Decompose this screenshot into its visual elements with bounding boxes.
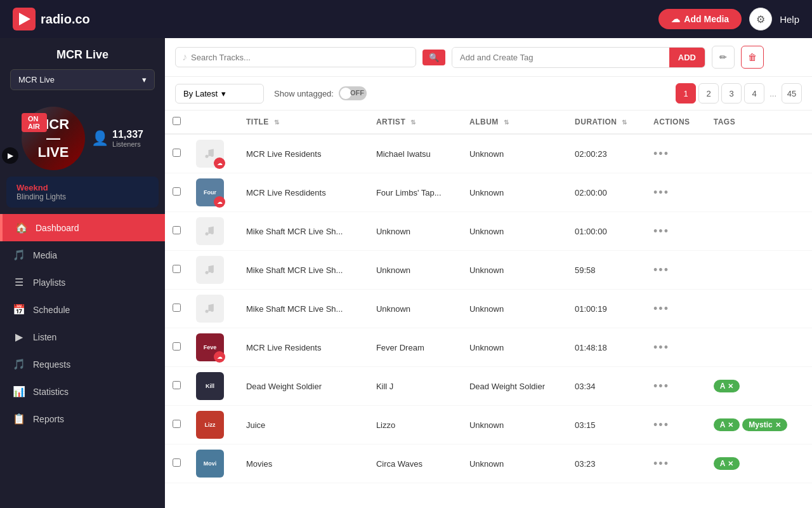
toggle-label: OFF: [350, 89, 364, 97]
select-all-checkbox[interactable]: [173, 117, 181, 125]
track-actions-button[interactable]: •••: [653, 225, 669, 238]
th-title[interactable]: Title ⇅: [239, 110, 369, 134]
page-btn-1[interactable]: 1: [676, 83, 696, 104]
row-checkbox[interactable]: [173, 381, 181, 389]
sidebar-item-statistics[interactable]: 📊 Statistics: [0, 378, 165, 405]
listeners-count: 11,337: [112, 129, 143, 140]
track-duration: 03:15: [567, 406, 646, 444]
track-title: MCR Live Resdidents: [239, 173, 369, 212]
tag-remove-button[interactable]: ✕: [728, 421, 733, 429]
track-actions-button[interactable]: •••: [653, 264, 669, 277]
tag-remove-button[interactable]: ✕: [728, 460, 733, 468]
track-actions-button[interactable]: •••: [653, 302, 669, 316]
track-duration: 01:00:00: [567, 212, 646, 251]
row-checkbox[interactable]: [173, 342, 181, 351]
add-media-button[interactable]: ☁ Add Media: [658, 9, 742, 29]
cloud-icon: ☁: [214, 196, 225, 208]
sidebar-item-listen[interactable]: ▶ Listen: [0, 323, 165, 351]
toolbar: ♪ 🔍 ADD ✏ 🗑: [165, 38, 812, 77]
show-untagged-toggle[interactable]: OFF: [339, 86, 367, 100]
track-thumbnail: Kill: [196, 372, 224, 400]
search-box: ♪: [175, 47, 416, 67]
row-checkbox[interactable]: [173, 458, 181, 467]
page-btn-3[interactable]: 3: [721, 83, 742, 104]
track-actions-button[interactable]: •••: [653, 341, 669, 354]
page-btn-4[interactable]: 4: [744, 83, 764, 104]
row-checkbox[interactable]: [173, 265, 181, 273]
track-album: Unknown: [462, 406, 567, 444]
row-checkbox[interactable]: [173, 420, 181, 428]
now-playing-song: Weeknd: [16, 183, 148, 192]
filter-bar: By Latest ▾ Show untagged: OFF 1 2 3 4 .…: [165, 77, 812, 110]
sort-chevron-icon: ▾: [221, 89, 226, 98]
nav-menu: 🏠 Dashboard 🎵 Media ☰ Playlists 📅 Schedu…: [0, 214, 165, 508]
show-untagged-area: Show untagged: OFF: [274, 86, 367, 100]
row-checkbox[interactable]: [173, 304, 181, 312]
station-name: MCR Live: [10, 48, 155, 62]
delete-icon-btn[interactable]: 🗑: [741, 46, 764, 69]
listeners-label: Listeners: [112, 140, 143, 148]
track-thumbnail: Lizz: [196, 411, 224, 439]
track-actions-button[interactable]: •••: [653, 186, 669, 199]
list-icon: ☰: [13, 276, 25, 288]
track-duration: 01:48:18: [567, 328, 646, 367]
sidebar-item-label: Schedule: [33, 305, 70, 315]
track-title: Mike Shaft MCR Live Sh...: [239, 251, 369, 290]
music-note-icon: 🎵: [13, 358, 25, 370]
track-title: Mike Shaft MCR Live Sh...: [239, 290, 369, 328]
track-artist: Four Limbs' Tap...: [369, 173, 462, 212]
track-actions-button[interactable]: •••: [653, 147, 669, 161]
track-actions-button[interactable]: •••: [653, 457, 669, 471]
row-checkbox[interactable]: [173, 187, 181, 196]
search-input[interactable]: [191, 53, 409, 62]
on-air-badge: ON AIR: [22, 113, 47, 132]
tag-remove-button[interactable]: ✕: [728, 382, 733, 391]
track-artist: Unknown: [369, 251, 462, 290]
tag-remove-button[interactable]: ✕: [775, 421, 781, 429]
help-button[interactable]: Help: [780, 14, 799, 25]
tag-input[interactable]: [452, 48, 669, 67]
play-icon: ▶: [13, 331, 25, 343]
track-duration: 02:00:00: [567, 173, 646, 212]
track-actions-button[interactable]: •••: [653, 418, 669, 432]
chart-icon: 📊: [13, 385, 25, 398]
track-album: Unknown: [462, 290, 567, 328]
search-button[interactable]: 🔍: [422, 50, 445, 65]
play-button[interactable]: ▶: [2, 147, 18, 164]
th-duration[interactable]: Duration ⇅: [567, 110, 646, 134]
sidebar-item-label: Requests: [33, 359, 70, 370]
track-thumbnail: Four ☁: [196, 178, 224, 206]
table-row: Movi MoviesCirca WavesUnknown03:23••• A …: [165, 444, 812, 483]
track-artist: Lizzo: [369, 406, 462, 444]
page-btn-45[interactable]: 45: [782, 83, 802, 104]
edit-icon-btn[interactable]: ✏: [712, 46, 735, 69]
track-duration: 01:00:19: [567, 290, 646, 328]
add-tag-button[interactable]: ADD: [669, 48, 705, 67]
page-btn-2[interactable]: 2: [698, 83, 719, 104]
add-media-icon: ☁: [671, 14, 680, 24]
edit-icon: ✏: [719, 52, 727, 62]
row-checkbox[interactable]: [173, 149, 181, 157]
sidebar-item-playlists[interactable]: ☰ Playlists: [0, 269, 165, 296]
logo-area: radio.co: [13, 8, 90, 30]
sidebar-item-schedule[interactable]: 📅 Schedule: [0, 296, 165, 323]
track-album: Unknown: [462, 251, 567, 290]
sidebar-item-media[interactable]: 🎵 Media: [0, 241, 165, 269]
track-actions-button[interactable]: •••: [653, 380, 669, 393]
music-icon: 🎵: [13, 249, 25, 261]
sidebar-item-dashboard[interactable]: 🏠 Dashboard: [0, 214, 165, 241]
th-album[interactable]: Album ⇅: [462, 110, 567, 134]
settings-icon-btn[interactable]: ⚙: [749, 8, 772, 30]
sort-select[interactable]: By Latest ▾: [175, 84, 264, 104]
sidebar-item-reports[interactable]: 📋 Reports: [0, 405, 165, 432]
station-selector[interactable]: MCR Live ▾: [10, 69, 155, 90]
pagination: 1 2 3 4 ... 45: [676, 83, 802, 104]
trash-icon: 🗑: [748, 52, 757, 62]
sidebar-item-requests[interactable]: 🎵 Requests: [0, 351, 165, 378]
chevron-down-icon: ▾: [142, 75, 147, 84]
brand-name: radio.co: [41, 12, 90, 27]
track-title: Mike Shaft MCR Live Sh...: [239, 212, 369, 251]
th-artist[interactable]: Artist ⇅: [369, 110, 462, 134]
track-duration: 02:00:23: [567, 134, 646, 173]
row-checkbox[interactable]: [173, 226, 181, 234]
